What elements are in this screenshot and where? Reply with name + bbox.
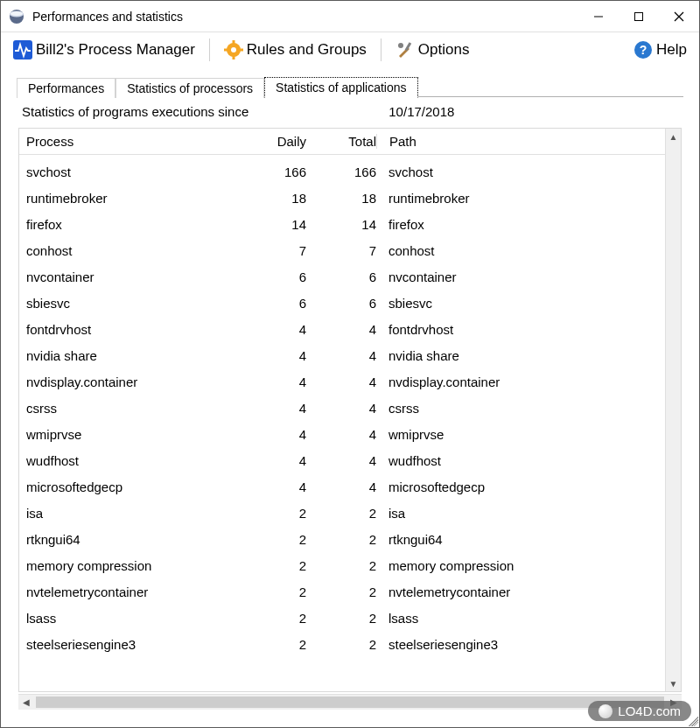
cell-total: 2 [306, 506, 376, 521]
gear-icon [224, 40, 243, 60]
minimize-button[interactable] [578, 2, 619, 32]
cell-process: wudfhost [26, 453, 236, 468]
cell-daily: 2 [236, 532, 306, 547]
cell-daily: 2 [236, 558, 306, 573]
table-row[interactable]: fontdrvhost44fontdrvhost [26, 316, 658, 342]
cell-path: rtkngui64 [376, 532, 658, 547]
table-row[interactable]: conhost77conhost [26, 237, 658, 263]
col-header-daily[interactable]: Daily [236, 134, 306, 149]
rules-groups-button[interactable]: Rules and Groups [220, 38, 370, 61]
cell-path: wudfhost [376, 453, 658, 468]
cell-process: memory compression [26, 558, 236, 573]
cell-process: wmiprvse [26, 427, 236, 442]
table-row[interactable]: csrss44csrss [26, 395, 658, 421]
cell-path: csrss [376, 401, 658, 416]
scroll-up-icon[interactable]: ▲ [666, 129, 681, 144]
cell-daily: 2 [236, 584, 306, 599]
cell-process: rtkngui64 [26, 532, 236, 547]
close-button[interactable] [659, 2, 699, 32]
stats-header: Statistics of programs executions since … [17, 97, 683, 124]
cell-path: isa [376, 506, 658, 521]
help-icon: ? [634, 40, 653, 60]
cell-total: 4 [306, 453, 376, 468]
cell-daily: 18 [236, 191, 306, 206]
tab-performances[interactable]: Performances [17, 78, 116, 98]
scroll-left-icon[interactable]: ◀ [18, 695, 34, 710]
table-row[interactable]: sbiesvc66sbiesvc [26, 290, 658, 316]
tab-statistics-processors[interactable]: Statistics of processors [116, 78, 264, 98]
options-button[interactable]: Options [392, 38, 473, 61]
horizontal-scrollbar[interactable]: ◀ ▶ [18, 694, 682, 710]
content-area: Performances Statistics of processors St… [1, 67, 699, 727]
process-manager-button[interactable]: Bill2's Process Manager [10, 38, 199, 61]
cell-path: steelseriesengine3 [376, 637, 658, 652]
cell-process: firefox [26, 217, 236, 232]
cell-process: sbiesvc [26, 296, 236, 311]
col-header-process[interactable]: Process [26, 134, 236, 149]
cell-path: svchost [376, 164, 658, 179]
stats-since-label: Statistics of programs executions since [22, 104, 248, 119]
svg-text:?: ? [640, 43, 648, 57]
cell-daily: 4 [236, 374, 306, 389]
cell-process: csrss [26, 401, 236, 416]
table-row[interactable]: nvdisplay.container44nvdisplay.container [26, 368, 658, 395]
tools-icon [396, 40, 415, 60]
cell-daily: 2 [236, 611, 306, 626]
cell-total: 2 [306, 532, 376, 547]
table-row[interactable]: svchost166166svchost [26, 158, 658, 185]
toolbar-separator [381, 38, 382, 61]
table-row[interactable]: wudfhost44wudfhost [26, 447, 658, 473]
table-row[interactable]: nvcontainer66nvcontainer [26, 263, 658, 290]
table-row[interactable]: isa22isa [26, 500, 658, 526]
app-window: Performances and statistics Bill2's Proc… [0, 0, 700, 728]
cell-process: lsass [26, 611, 236, 626]
cell-total: 2 [306, 637, 376, 652]
cell-daily: 4 [236, 453, 306, 468]
cell-total: 6 [306, 270, 376, 284]
cell-total: 2 [306, 584, 376, 599]
table-row[interactable]: microsoftedgecp44microsoftedgecp [26, 473, 658, 500]
cell-process: isa [26, 506, 236, 521]
rules-groups-label: Rules and Groups [247, 41, 367, 59]
tab-statistics-applications[interactable]: Statistics of applications [264, 77, 417, 98]
watermark-text: LO4D.com [618, 704, 681, 718]
table-row[interactable]: memory compression22memory compression [26, 552, 658, 578]
cell-path: nvdisplay.container [376, 374, 658, 389]
process-manager-label: Bill2's Process Manager [36, 41, 195, 59]
scroll-thumb[interactable] [36, 696, 664, 708]
cell-total: 4 [306, 401, 376, 416]
table-row[interactable]: lsass22lsass [26, 605, 658, 631]
cell-total: 14 [306, 217, 376, 232]
pulse-icon [13, 40, 32, 60]
scroll-down-icon[interactable]: ▼ [666, 676, 681, 691]
svg-point-15 [398, 43, 403, 48]
cell-daily: 7 [236, 243, 306, 258]
vertical-scrollbar[interactable]: ▲ ▼ [665, 129, 681, 691]
table-row[interactable]: wmiprvse44wmiprvse [26, 421, 658, 447]
help-button[interactable]: ? Help [630, 38, 690, 61]
cell-daily: 4 [236, 348, 306, 363]
cell-total: 7 [306, 243, 376, 258]
col-header-total[interactable]: Total [306, 134, 376, 149]
cell-path: wmiprvse [376, 427, 658, 442]
table-row[interactable]: steelseriesengine322steelseriesengine3 [26, 631, 658, 657]
maximize-button[interactable] [619, 2, 659, 32]
process-table: Process Daily Total Path svchost166166sv… [18, 128, 682, 692]
cell-process: nvtelemetrycontainer [26, 584, 236, 599]
table-row[interactable]: firefox1414firefox [26, 211, 658, 237]
scroll-track[interactable] [666, 144, 681, 676]
cell-daily: 166 [236, 164, 306, 179]
table-header: Process Daily Total Path [19, 129, 665, 155]
table-row[interactable]: runtimebroker1818runtimebroker [26, 185, 658, 211]
cell-path: nvidia share [376, 348, 658, 363]
cell-process: steelseriesengine3 [26, 637, 236, 652]
table-row[interactable]: nvidia share44nvidia share [26, 342, 658, 368]
table-row[interactable]: nvtelemetrycontainer22nvtelemetrycontain… [26, 578, 658, 605]
options-label: Options [418, 41, 470, 59]
globe-icon [598, 704, 612, 718]
col-header-path[interactable]: Path [376, 134, 658, 149]
table-row[interactable]: rtkngui6422rtkngui64 [26, 526, 658, 552]
cell-daily: 4 [236, 322, 306, 337]
toolbar: Bill2's Process Manager Rules and Groups… [1, 32, 699, 67]
cell-total: 4 [306, 322, 376, 337]
